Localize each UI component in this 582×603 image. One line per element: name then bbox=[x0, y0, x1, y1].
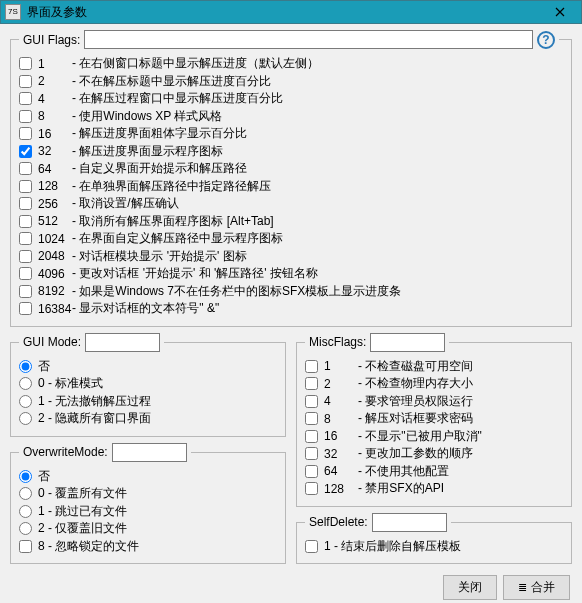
misc-flag-64-checkbox[interactable] bbox=[305, 465, 318, 478]
gui-flag-32-row[interactable]: 32- 解压进度界面显示程序图标 bbox=[19, 143, 563, 161]
self-delete-group: SelfDelete: 1 - 结束后删除自解压模板 bbox=[296, 513, 572, 565]
gui-flag-2048-text: - 对话框模块显示 '开始提示' 图标 bbox=[72, 248, 247, 265]
gui-flag-16384-num: 16384 bbox=[38, 302, 72, 316]
gui-flag-16384-checkbox[interactable] bbox=[19, 302, 32, 315]
overwrite-3-row[interactable]: 2 - 仅覆盖旧文件 bbox=[19, 520, 277, 538]
gui-flag-128-row[interactable]: 128- 在单独界面解压路径中指定路径解压 bbox=[19, 178, 563, 196]
close-window-button[interactable] bbox=[539, 1, 581, 23]
gui-flag-8-checkbox[interactable] bbox=[19, 110, 32, 123]
close-button[interactable]: 关闭 bbox=[443, 575, 497, 600]
misc-flag-32-num: 32 bbox=[324, 447, 358, 461]
misc-flag-4-num: 4 bbox=[324, 394, 358, 408]
overwrite-mode-input[interactable] bbox=[112, 443, 187, 462]
gui-flag-512-row[interactable]: 512- 取消所有解压界面程序图标 [Alt+Tab] bbox=[19, 213, 563, 231]
overwrite-mode-label: OverwriteMode: bbox=[23, 445, 108, 459]
gui-flag-16384-row[interactable]: 16384- 显示对话框的文本符号" &" bbox=[19, 300, 563, 318]
gui-flag-2-row[interactable]: 2- 不在解压标题中显示解压进度百分比 bbox=[19, 73, 563, 91]
gui-flag-4-row[interactable]: 4- 在解压过程窗口中显示解压进度百分比 bbox=[19, 90, 563, 108]
gui-flag-256-row[interactable]: 256- 取消设置/解压确认 bbox=[19, 195, 563, 213]
gui-flag-2048-row[interactable]: 2048- 对话框模块显示 '开始提示' 图标 bbox=[19, 248, 563, 266]
gui-flag-512-checkbox[interactable] bbox=[19, 215, 32, 228]
gui-mode-2-radio[interactable] bbox=[19, 395, 32, 408]
gui-flag-2-checkbox[interactable] bbox=[19, 75, 32, 88]
overwrite-1-row[interactable]: 0 - 覆盖所有文件 bbox=[19, 485, 277, 503]
self-delete-0-text: 1 - 结束后删除自解压模板 bbox=[324, 538, 461, 555]
misc-flag-128-checkbox[interactable] bbox=[305, 482, 318, 495]
gui-flag-8-row[interactable]: 8- 使用Windows XP 样式风格 bbox=[19, 108, 563, 126]
gui-flag-16-checkbox[interactable] bbox=[19, 127, 32, 140]
gui-mode-0-radio[interactable] bbox=[19, 360, 32, 373]
overwrite-0-row[interactable]: 否 bbox=[19, 468, 277, 486]
gui-mode-3-row[interactable]: 2 - 隐藏所有窗口界面 bbox=[19, 410, 277, 428]
gui-flag-16-num: 16 bbox=[38, 127, 72, 141]
misc-flag-2-num: 2 bbox=[324, 377, 358, 391]
gui-flag-1024-row[interactable]: 1024- 在界面自定义解压路径中显示程序图标 bbox=[19, 230, 563, 248]
close-icon bbox=[555, 7, 565, 17]
merge-button[interactable]: ≣ 合并 bbox=[503, 575, 570, 600]
gui-flags-input[interactable] bbox=[84, 30, 533, 49]
gui-flag-128-checkbox[interactable] bbox=[19, 180, 32, 193]
misc-flag-128-row[interactable]: 128- 禁用SFX的API bbox=[305, 480, 563, 498]
gui-flag-64-checkbox[interactable] bbox=[19, 162, 32, 175]
gui-flag-64-row[interactable]: 64- 自定义界面开始提示和解压路径 bbox=[19, 160, 563, 178]
gui-flags-label: GUI Flags: bbox=[23, 33, 80, 47]
gui-flag-2048-checkbox[interactable] bbox=[19, 250, 32, 263]
misc-flag-16-row[interactable]: 16- 不显示"已被用户取消" bbox=[305, 428, 563, 446]
self-delete-input[interactable] bbox=[372, 513, 447, 532]
misc-flag-16-checkbox[interactable] bbox=[305, 430, 318, 443]
gui-flag-32-checkbox[interactable] bbox=[19, 145, 32, 158]
gui-mode-2-row[interactable]: 1 - 无法撤销解压过程 bbox=[19, 393, 277, 411]
misc-flag-8-checkbox[interactable] bbox=[305, 412, 318, 425]
overwrite-4-text: 8 - 忽略锁定的文件 bbox=[38, 538, 139, 555]
overwrite-0-radio[interactable] bbox=[19, 470, 32, 483]
gui-flag-256-checkbox[interactable] bbox=[19, 197, 32, 210]
gui-flag-4-num: 4 bbox=[38, 92, 72, 106]
misc-flag-2-row[interactable]: 2- 不检查物理内存大小 bbox=[305, 375, 563, 393]
misc-flag-2-checkbox[interactable] bbox=[305, 377, 318, 390]
misc-flag-32-checkbox[interactable] bbox=[305, 447, 318, 460]
misc-flag-64-row[interactable]: 64- 不使用其他配置 bbox=[305, 463, 563, 481]
overwrite-4-checkbox[interactable] bbox=[19, 540, 32, 553]
merge-button-label: 合并 bbox=[531, 579, 555, 596]
window-title: 界面及参数 bbox=[25, 4, 539, 21]
gui-mode-0-row[interactable]: 否 bbox=[19, 358, 277, 376]
gui-flag-4-checkbox[interactable] bbox=[19, 92, 32, 105]
overwrite-3-radio[interactable] bbox=[19, 522, 32, 535]
gui-flag-1024-checkbox[interactable] bbox=[19, 232, 32, 245]
self-delete-0-checkbox[interactable] bbox=[305, 540, 318, 553]
help-icon[interactable]: ? bbox=[537, 31, 555, 49]
gui-flag-1-checkbox[interactable] bbox=[19, 57, 32, 70]
overwrite-0-text: 否 bbox=[38, 468, 50, 485]
misc-flag-1-checkbox[interactable] bbox=[305, 360, 318, 373]
misc-flag-8-row[interactable]: 8- 解压对话框要求密码 bbox=[305, 410, 563, 428]
gui-flag-2048-num: 2048 bbox=[38, 249, 72, 263]
misc-flag-1-row[interactable]: 1- 不检查磁盘可用空间 bbox=[305, 358, 563, 376]
gui-flag-128-text: - 在单独界面解压路径中指定路径解压 bbox=[72, 178, 271, 195]
gui-flag-1-row[interactable]: 1- 在右侧窗口标题中显示解压进度（默认左侧） bbox=[19, 55, 563, 73]
overwrite-2-radio[interactable] bbox=[19, 505, 32, 518]
misc-flag-4-checkbox[interactable] bbox=[305, 395, 318, 408]
overwrite-4-row[interactable]: 8 - 忽略锁定的文件 bbox=[19, 538, 277, 556]
gui-flag-4096-row[interactable]: 4096- 更改对话框 '开始提示' 和 '解压路径' 按钮名称 bbox=[19, 265, 563, 283]
gui-mode-1-radio[interactable] bbox=[19, 377, 32, 390]
misc-flag-4-row[interactable]: 4- 要求管理员权限运行 bbox=[305, 393, 563, 411]
gui-flag-8192-text: - 如果是Windows 7不在任务栏中的图标SFX模板上显示进度条 bbox=[72, 283, 401, 300]
gui-mode-1-text: 0 - 标准模式 bbox=[38, 375, 103, 392]
misc-flag-32-row[interactable]: 32- 更改加工参数的顺序 bbox=[305, 445, 563, 463]
gui-flag-256-num: 256 bbox=[38, 197, 72, 211]
misc-flag-64-text: - 不使用其他配置 bbox=[358, 463, 449, 480]
gui-mode-3-radio[interactable] bbox=[19, 412, 32, 425]
gui-flag-8192-row[interactable]: 8192- 如果是Windows 7不在任务栏中的图标SFX模板上显示进度条 bbox=[19, 283, 563, 301]
gui-flag-32-text: - 解压进度界面显示程序图标 bbox=[72, 143, 223, 160]
self-delete-0-row[interactable]: 1 - 结束后删除自解压模板 bbox=[305, 538, 563, 556]
gui-flag-8192-checkbox[interactable] bbox=[19, 285, 32, 298]
overwrite-1-radio[interactable] bbox=[19, 487, 32, 500]
overwrite-mode-group: OverwriteMode: 否0 - 覆盖所有文件1 - 跳过已有文件2 - … bbox=[10, 443, 286, 565]
gui-flag-16-row[interactable]: 16- 解压进度界面粗体字显示百分比 bbox=[19, 125, 563, 143]
misc-flags-group: MiscFlags: 1- 不检查磁盘可用空间2- 不检查物理内存大小4- 要求… bbox=[296, 333, 572, 507]
gui-mode-input[interactable] bbox=[85, 333, 160, 352]
misc-flags-input[interactable] bbox=[370, 333, 445, 352]
gui-mode-1-row[interactable]: 0 - 标准模式 bbox=[19, 375, 277, 393]
overwrite-2-row[interactable]: 1 - 跳过已有文件 bbox=[19, 503, 277, 521]
gui-flag-4096-checkbox[interactable] bbox=[19, 267, 32, 280]
